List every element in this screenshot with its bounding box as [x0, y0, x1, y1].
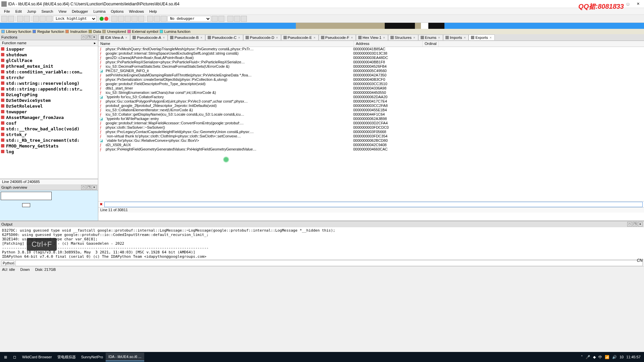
tool-btn-6[interactable]: [212, 16, 218, 22]
tab-close-button[interactable]: ×: [350, 36, 354, 40]
panel-close-button[interactable]: ✕: [92, 35, 97, 40]
taskbar-app[interactable]: SunnyNetPro: [78, 353, 106, 361]
tab-close-button[interactable]: ×: [162, 36, 165, 40]
menu-edit[interactable]: Edit: [13, 9, 24, 13]
tool-btn-2[interactable]: [118, 16, 124, 22]
system-tray[interactable]: ˄ 🎤 ◆ 中 📶 🔊 10 11:45:57: [581, 355, 643, 360]
export-row[interactable]: ⨍physx::PxParticleRepXSerializer<physx::…: [98, 60, 644, 64]
tab-hex-view-1[interactable]: Hex View-1×: [356, 35, 388, 40]
export-row[interactable]: ⨍`non-virtual thunk to'physx::cloth::Clo…: [98, 134, 644, 138]
function-item[interactable]: log: [0, 149, 98, 155]
taskbar-app[interactable]: 雷电模拟器: [55, 353, 78, 361]
tab-enums[interactable]: Enums×: [418, 35, 443, 40]
function-item[interactable]: std::wstring::reserve(ulong): [0, 80, 98, 86]
navigation-strip[interactable]: [0, 23, 644, 29]
graph-restore-button[interactable]: ❐: [87, 185, 91, 190]
tray-app-icon[interactable]: ◆: [593, 355, 596, 359]
function-item[interactable]: strrchr: [0, 75, 98, 80]
tool-btn-10[interactable]: [241, 16, 247, 22]
tab-close-button[interactable]: ×: [200, 36, 203, 40]
export-row[interactable]: ◪`typeinfo for'icu_53::CollatorFactory00…: [98, 95, 644, 99]
debug-pause-button[interactable]: [154, 16, 160, 22]
graph-close-button[interactable]: ✕: [92, 185, 97, 190]
export-row[interactable]: ⨍protobuf_google_2fprotobuf_2fdescriptor…: [98, 104, 644, 108]
tray-wifi-icon[interactable]: 📶: [605, 355, 609, 359]
function-item[interactable]: std::__throw_bad_alloc(void): [0, 126, 98, 132]
tray-ime-icon[interactable]: 中: [598, 355, 602, 360]
tool-btn-5[interactable]: [138, 16, 144, 22]
debug-play-button[interactable]: [147, 16, 153, 22]
menu-jump[interactable]: Jump: [24, 9, 39, 13]
tab-close-button[interactable]: ×: [275, 36, 279, 40]
function-item[interactable]: std::condition_variable::con…: [0, 69, 98, 75]
tab-close-button[interactable]: ×: [382, 36, 386, 40]
tool-btn-8[interactable]: [227, 16, 233, 22]
function-item[interactable]: FMOD_Memory_GetStats: [0, 143, 98, 149]
tab-close-button[interactable]: ×: [237, 36, 241, 40]
tool-btn-9[interactable]: [234, 16, 240, 22]
export-row[interactable]: ⨍physx::PxHeightFieldGeometryGeneratedVa…: [98, 147, 644, 152]
export-row[interactable]: ⨍physx::PxcLegacyContactCapsuleHeightFie…: [98, 130, 644, 134]
tab-exports[interactable]: Exports×: [469, 35, 494, 40]
tab-close-button[interactable]: ×: [437, 36, 441, 40]
debug-stop-button[interactable]: [161, 16, 167, 22]
export-row[interactable]: ⨍geo2D::c2area(APoint<float>,float,APoin…: [98, 56, 644, 60]
task-view-button[interactable]: ◻: [10, 353, 19, 361]
tray-notif-badge[interactable]: 10: [620, 355, 624, 359]
export-row[interactable]: ⨍icu_53::CollationElementIterator::next(…: [98, 108, 644, 112]
functions-list[interactable]: isuppershutdownglCullFacepthread_mutex_i…: [0, 46, 98, 173]
tab-close-button[interactable]: ×: [313, 36, 316, 40]
menu-lumina[interactable]: Lumina: [91, 9, 108, 13]
tab-close-button[interactable]: ×: [413, 36, 416, 40]
col-address[interactable]: Address: [354, 41, 423, 47]
tab-close-button[interactable]: ×: [124, 36, 128, 40]
highlight-a-button[interactable]: [33, 16, 39, 22]
output-log[interactable]: D327DC: using guessed type void __fastca…: [0, 227, 644, 259]
tab-pseudocode-c[interactable]: Pseudocode-C×: [205, 35, 243, 40]
function-item[interactable]: std::string::append(std::str…: [0, 86, 98, 92]
export-row[interactable]: ⨍icu_53::StringEnumeration::setChars(cha…: [98, 90, 644, 95]
exports-rows[interactable]: ⨍physx::PxMeshQuery::findOverlapTriangle…: [98, 47, 644, 201]
tool-btn-4[interactable]: [131, 16, 138, 22]
function-item[interactable]: strtok_r: [0, 132, 98, 137]
export-row[interactable]: ◪`typeinfo for'AFilePackage::entry000000…: [98, 117, 644, 121]
graph-overview[interactable]: [0, 190, 98, 221]
function-item[interactable]: pthread_mutex_init: [0, 63, 98, 69]
stop-indicator-icon[interactable]: [104, 17, 108, 21]
save-button[interactable]: [8, 16, 14, 22]
taskbar-app[interactable]: IDA - libUE4.so.i6 ...: [106, 353, 144, 361]
function-item[interactable]: AAssetManager_fromJava: [0, 115, 98, 120]
menu-debugger[interactable]: Debugger: [69, 9, 91, 13]
function-item[interactable]: DzSetRoleLevel: [0, 103, 98, 109]
menu-windows[interactable]: Windows: [126, 9, 147, 13]
export-row[interactable]: ⨍google::protobuf::internal::MapFieldAcc…: [98, 121, 644, 125]
export-row[interactable]: ⨍google::protobuf::internal::StringSpace…: [98, 51, 644, 56]
filter-clear-button[interactable]: ✖: [100, 202, 104, 206]
taskbar-app[interactable]: WildCard Browser: [19, 353, 55, 361]
tray-mic-icon[interactable]: 🎤: [586, 355, 590, 359]
menu-view[interactable]: View: [56, 9, 69, 13]
export-row[interactable]: ⨍icu_53::DecimalFormatStaticSets::Decima…: [98, 64, 644, 69]
tab-pseudocode-d[interactable]: Pseudocode-D×: [243, 35, 281, 40]
export-row[interactable]: ◪PKCS7_SIGNER_INFO_it0000000005C49560: [98, 69, 644, 73]
tab-structures[interactable]: Structures×: [388, 35, 418, 40]
tray-chevron-icon[interactable]: ˄: [581, 355, 583, 359]
tool-btn-1[interactable]: [111, 16, 117, 22]
export-row[interactable]: ⨍dtls1_start_timer0000000004336A98: [98, 86, 644, 90]
nav-back-button[interactable]: [17, 16, 23, 22]
export-row[interactable]: ⨍d2i_X509_AUX00000000042C9408: [98, 143, 644, 147]
run-indicator-icon[interactable]: [100, 17, 104, 21]
output-restore-button[interactable]: ❐: [633, 222, 637, 227]
function-item[interactable]: cosf: [0, 120, 98, 126]
function-item[interactable]: shutdown: [0, 52, 98, 58]
function-item[interactable]: DzSetDeviceSystem: [0, 98, 98, 103]
export-row[interactable]: ⨍physx::cloth::SwSolver::~SwSolver()0000…: [98, 125, 644, 130]
graph-float-button[interactable]: □: [81, 185, 86, 190]
highlight-c-button[interactable]: [46, 16, 52, 22]
export-row[interactable]: ⨍google::protobuf::FieldDescriptorProto_…: [98, 82, 644, 86]
panel-float-button[interactable]: □: [81, 35, 86, 40]
function-item[interactable]: glCullFace: [0, 58, 98, 63]
functions-column-header[interactable]: Function name▸: [0, 40, 98, 46]
taskbar[interactable]: ⊞ ◻ WildCard Browser雷电模拟器SunnyNetProIDA …: [0, 352, 644, 362]
output-float-button[interactable]: □: [627, 222, 632, 227]
